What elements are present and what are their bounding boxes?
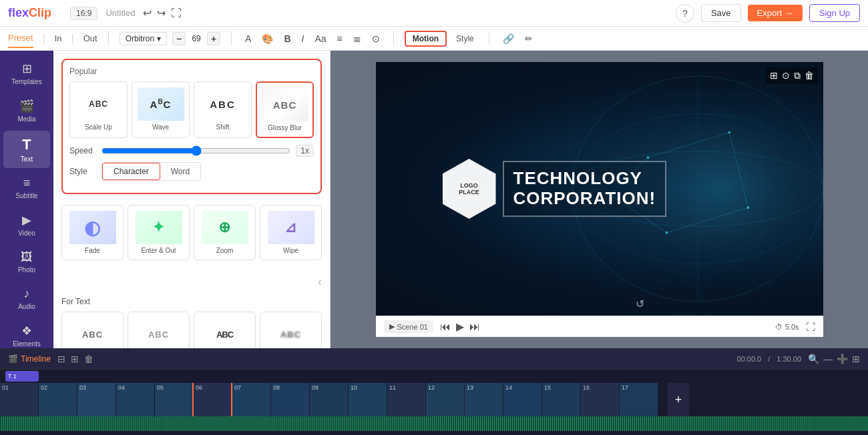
zoom-label: Zoom [216, 247, 234, 254]
timeline-thumb[interactable]: 16 [581, 383, 620, 416]
save-button[interactable]: Save [701, 4, 741, 22]
zoom-in-icon[interactable]: ➕ [837, 354, 848, 364]
animation-wipe[interactable]: ⊿ Wipe [260, 205, 322, 260]
play-controls: ⏮ ▶ ⏭ [440, 320, 480, 333]
animation-contract[interactable]: ABC Contract [194, 312, 256, 348]
motion-button[interactable]: Motion [405, 31, 447, 47]
fade-label: Fade [85, 247, 100, 254]
tab-preset[interactable]: Preset [8, 29, 33, 48]
canvas-delete-icon[interactable]: 🗑 [805, 70, 814, 81]
sidebar-item-subtitle[interactable]: ≡ Subtitle [3, 171, 50, 205]
timeline-thumb[interactable]: 11 [387, 383, 426, 416]
animation-enter-out[interactable]: ✦ Enter & Out [128, 205, 190, 260]
animation-scale-up[interactable]: ABC Scale Up [69, 81, 128, 138]
previous-frame-icon[interactable]: ⏮ [440, 321, 451, 333]
font-size-increase[interactable]: + [207, 32, 220, 45]
timeline-split-icon[interactable]: ⊟ [57, 354, 65, 364]
animation-fade[interactable]: ◐ Fade [61, 205, 124, 260]
ratio-badge[interactable]: 16:9 [70, 7, 97, 20]
sidebar-item-photo[interactable]: 🖼 Photo [3, 245, 50, 279]
link-icon[interactable]: 🔗 [500, 32, 517, 45]
sidebar-item-video[interactable]: ▶ Video [3, 207, 50, 242]
timeline-thumb[interactable]: 10 [349, 383, 387, 416]
draw-icon[interactable]: ✏ [522, 32, 535, 45]
timeline-thumb[interactable]: 08 [271, 383, 310, 416]
tech-corporation-text[interactable]: TECHNOLOGY CORPORATION! [503, 161, 667, 217]
animation-text-fade[interactable]: ABC Fade [128, 312, 190, 348]
canvas-icon-1[interactable]: ⊞ [770, 70, 778, 81]
popular-section: Popular ABC Scale Up ABC Wave [53, 51, 330, 202]
refresh-icon[interactable]: ↺ [636, 298, 644, 310]
timeline-thumb[interactable]: 15 [542, 383, 581, 416]
popular-label: Popular [69, 67, 314, 76]
thumb-number: 12 [428, 384, 435, 391]
bold-icon[interactable]: B [281, 32, 293, 45]
align-justify-icon[interactable]: ≣ [351, 32, 364, 45]
tab-out[interactable]: Out [83, 29, 97, 47]
tech-line2: CORPORATION! [513, 189, 656, 209]
sidebar-item-media[interactable]: 🎬 Media [3, 93, 50, 128]
help-button[interactable]: ? [676, 4, 694, 23]
timeline-duplicate-icon[interactable]: ⊞ [71, 354, 79, 364]
wipe-preview: ⊿ [268, 211, 314, 244]
zoom-out-icon[interactable]: 🔍 [808, 354, 819, 364]
timeline-thumb[interactable]: 09 [310, 383, 349, 416]
font-size-decrease[interactable]: − [172, 32, 186, 45]
tab-in[interactable]: In [55, 29, 62, 47]
canvas-icon-2[interactable]: ⊙ [782, 70, 790, 81]
sidebar-item-templates[interactable]: ⊞ Templates [3, 56, 50, 91]
sidebar-label-video: Video [18, 230, 35, 237]
style-word-button[interactable]: Word [160, 163, 200, 180]
timeline-thumb[interactable]: 06 [194, 383, 232, 416]
add-clip-button[interactable]: + [668, 383, 689, 416]
text-track-chip[interactable]: T 1 [5, 371, 39, 382]
document-title[interactable]: Untitled [105, 8, 135, 18]
speed-slider[interactable] [101, 145, 290, 156]
timeline-thumb[interactable]: 02 [39, 383, 77, 416]
next-frame-icon[interactable]: ⏭ [469, 321, 480, 333]
spacing-icon[interactable]: ⊙ [369, 32, 383, 45]
align-left-icon[interactable]: ≡ [335, 32, 345, 45]
fill-icon[interactable]: 🎨 [259, 32, 276, 45]
thumb-number: 16 [583, 384, 590, 391]
animation-blur[interactable]: ABC Blur [260, 312, 322, 348]
sidebar-item-text[interactable]: T Text [3, 131, 50, 168]
timeline-delete-icon[interactable]: 🗑 [84, 354, 93, 364]
undo-icon[interactable]: ↩ [143, 7, 152, 19]
timeline-thumb[interactable]: 03 [77, 383, 116, 416]
fullscreen-toggle-icon[interactable]: ⛶ [171, 7, 182, 19]
sidebar-item-elements[interactable]: ❖ Elements [3, 318, 50, 348]
timeline-separator: / [768, 355, 770, 363]
timeline-thumb[interactable]: 17 [620, 383, 658, 416]
timeline-thumb[interactable]: 04 [116, 383, 155, 416]
style-character-button[interactable]: Character [102, 163, 160, 180]
animation-skate[interactable]: ABC Skate [61, 312, 124, 348]
timeline-thumb[interactable]: 14 [503, 383, 542, 416]
italic-icon[interactable]: I [299, 32, 307, 45]
timeline-thumb[interactable]: 13 [465, 383, 503, 416]
timeline-thumb[interactable]: 01 [0, 383, 39, 416]
style-button[interactable]: Style [452, 33, 478, 45]
thumb-number: 13 [467, 384, 473, 391]
timeline-thumb[interactable]: 07 [232, 383, 271, 416]
animation-glossy-blur[interactable]: ABC Glossy Blur [256, 81, 314, 138]
font-case-icon[interactable]: Aa [312, 32, 329, 45]
canvas-toolbar: ⊞ ⊙ ⧉ 🗑 [766, 67, 818, 84]
panel-collapse-icon[interactable]: ‹ [318, 275, 322, 289]
animation-wave[interactable]: ABC Wave [132, 81, 190, 138]
play-button[interactable]: ▶ [456, 320, 464, 333]
text-color-icon[interactable]: A [242, 32, 254, 45]
scene-badge[interactable]: ▶ Scene 01 [384, 320, 433, 333]
font-selector[interactable]: Orbitron ▾ [120, 32, 167, 45]
export-button[interactable]: Export → [748, 5, 803, 21]
canvas-copy-icon[interactable]: ⧉ [794, 70, 801, 81]
redo-icon[interactable]: ↪ [157, 7, 166, 19]
timeline-thumb[interactable]: 05 [155, 383, 194, 416]
animation-zoom[interactable]: ⊕ Zoom [194, 205, 256, 260]
timeline-thumb[interactable]: 12 [426, 383, 465, 416]
preview-fullscreen-icon[interactable]: ⛶ [806, 322, 815, 332]
signup-button[interactable]: Sign Up [809, 4, 860, 22]
animation-shift[interactable]: ABC Shift [194, 81, 252, 138]
fit-zoom-icon[interactable]: ⊞ [852, 354, 860, 364]
sidebar-item-audio[interactable]: ♪ Audio [3, 282, 50, 316]
